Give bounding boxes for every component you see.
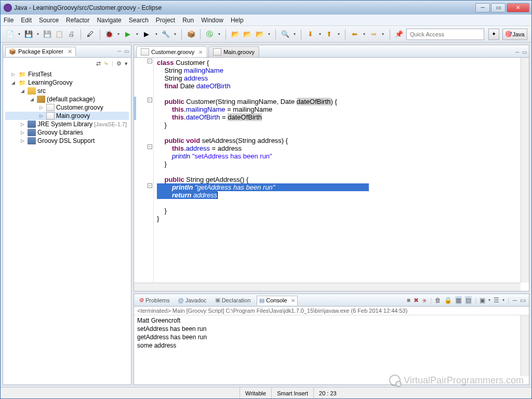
javadoc-tab[interactable]: @Javadoc [176,296,208,304]
open-console-icon[interactable]: ▣ [480,297,485,304]
terminate-icon[interactable]: ■ [407,297,410,304]
dropdown-icon[interactable]: ▾ [135,29,140,40]
vertical-scrollbar[interactable] [521,315,529,376]
open-type-icon[interactable]: 📂 [243,29,252,40]
close-tab-icon[interactable]: ✕ [198,49,203,55]
console-header: <terminated> Main [Groovy Script] C:\Pro… [134,307,529,315]
new-pkg-icon[interactable]: 📦 [186,29,196,40]
titlebar[interactable]: Java - LearningGroovy/src/Customer.groov… [1,1,531,15]
saveas-icon[interactable]: 📋 [55,29,64,40]
menu-refactor[interactable]: Refactor [66,17,89,24]
dropdown-icon[interactable]: ▾ [36,29,41,40]
dropdown-icon[interactable]: ▾ [337,29,341,40]
menu-project[interactable]: Project [156,17,175,24]
maximize-button[interactable]: ▭ [491,3,506,12]
dropdown-icon[interactable]: ▾ [267,29,271,40]
ext-tools-icon[interactable]: 🔧 [161,29,170,40]
min-console-icon[interactable]: ─ [512,297,517,304]
save-all-icon[interactable]: 💾 [42,29,52,40]
minimize-editor-icon[interactable]: ─ [515,49,519,55]
print-icon[interactable]: 🖨 [66,29,76,40]
package-explorer-tab[interactable]: 📦 Package Explorer ✕ [5,47,76,57]
open-task-icon[interactable]: 📂 [255,29,264,40]
console-output[interactable]: Matt GreencroftsetAddress has been runge… [134,315,529,384]
menu-navigate[interactable]: Navigate [97,17,121,24]
remove-launch-icon[interactable]: ✖ [414,297,419,304]
java-perspective-button[interactable]: 🎯 Java [502,29,527,40]
menu-file[interactable]: File [4,17,14,24]
menu-window[interactable]: Window [201,17,223,24]
remove-all-icon[interactable]: ⚹ [422,297,427,304]
dropdown-icon[interactable]: ▾ [17,29,21,40]
editor-tab-customer[interactable]: Customer.groovy✕ [136,46,207,57]
tree-file-main[interactable]: ▷Main.groovy [5,112,129,120]
forward-icon[interactable]: ➡ [368,29,378,40]
code-editor[interactable]: − − − − class Customer { String mailingN… [134,58,529,291]
save-icon[interactable]: 💾 [23,29,33,40]
back-icon[interactable]: ⬅ [350,29,360,40]
maximize-editor-icon[interactable]: ▭ [522,49,527,55]
minimize-button[interactable]: ─ [475,3,490,12]
tree-file-customer[interactable]: ▷Customer.groovy [5,103,129,112]
dropdown-icon[interactable]: ▾ [362,29,367,40]
prev-ann-icon[interactable]: ⬆ [324,29,334,40]
dropdown-icon[interactable]: ▾ [154,29,158,40]
tree-jre-library[interactable]: ▷JRE System Library [JavaSE-1.7] [5,120,129,128]
search-icon[interactable]: 🔍 [280,29,290,40]
window-title: Java - LearningGroovy/src/Customer.groov… [14,4,475,11]
pin-icon[interactable]: 📌 [394,29,404,40]
dropdown-icon[interactable]: ▾ [317,29,322,40]
filter-icon[interactable]: ⚙ [116,60,122,67]
problems-tab[interactable]: ⊘Problems [137,296,171,304]
view-menu-icon[interactable]: ▾ [125,60,128,67]
status-cursor-pos[interactable]: 20 : 23 [313,388,342,398]
tree-project[interactable]: ◢📁LearningGroovy [5,78,129,87]
clear-console-icon[interactable]: 🗑 [435,297,441,304]
minimize-view-icon[interactable]: ─ [117,48,121,54]
declaration-tab[interactable]: ▣Declaration [213,296,253,304]
close-button[interactable]: ✕ [507,3,529,12]
max-console-icon[interactable]: ▭ [520,297,526,304]
dropdown-icon[interactable]: ▾ [292,29,297,40]
open-perspective-button[interactable]: ✦ [488,29,499,40]
tree-groovy-dsl[interactable]: ▷Groovy DSL Support [5,137,129,145]
vertical-scrollbar[interactable] [521,58,529,283]
open-folder-icon[interactable]: 📂 [230,29,240,40]
pin-console-icon[interactable]: ▦ [455,296,462,304]
menu-help[interactable]: Help [231,17,244,24]
tree-project[interactable]: ▷📁FirstTest [5,70,129,78]
menu-run[interactable]: Run [182,17,194,24]
quick-access-input[interactable] [406,29,484,40]
main-toolbar: 📄▾ 💾▾ 💾 📋 🖨 🖊 🐞▾ ▶▾ ▶▾ 🔧▾ 📦 Ⓖ▾ 📂 📂 📂▾ 🔍▾… [1,26,531,43]
horizontal-scrollbar[interactable] [134,283,521,291]
editor-tab-main[interactable]: Main.groovy [208,46,259,57]
tree-groovy-libs[interactable]: ▷Groovy Libraries [5,128,129,137]
wand-icon[interactable]: 🖊 [85,29,95,40]
menu-source[interactable]: Source [39,17,59,24]
status-insert-mode[interactable]: Smart Insert [271,388,313,398]
dropdown-icon[interactable]: ▾ [217,29,222,40]
next-ann-icon[interactable]: ⬇ [305,29,315,40]
link-editor-icon[interactable]: ⤷ [104,60,109,67]
coverage-icon[interactable]: ▶ [142,29,152,40]
dropdown-icon[interactable]: ▾ [381,29,385,40]
new-type-icon[interactable]: Ⓖ [205,29,215,40]
console-tab[interactable]: ▤Console✕ [257,296,297,305]
package-explorer-tree[interactable]: ▷📁FirstTest ◢📁LearningGroovy ◢src ◢(defa… [3,69,131,384]
menu-search[interactable]: Search [129,17,149,24]
tree-package[interactable]: ◢(default package) [5,95,129,103]
menu-edit[interactable]: Edit [21,17,32,24]
collapse-all-icon[interactable]: ⇄ [96,60,101,67]
new-console-icon[interactable]: ☰ [494,297,499,304]
new-icon[interactable]: 📄 [5,29,15,40]
dropdown-icon[interactable]: ▾ [172,29,177,40]
close-icon[interactable]: ✕ [68,48,72,55]
debug-icon[interactable]: 🐞 [104,29,114,40]
maximize-view-icon[interactable]: ▭ [124,48,129,54]
display-console-icon[interactable]: ▤ [465,296,472,304]
run-icon[interactable]: ▶ [123,29,133,40]
scroll-lock-icon[interactable]: 🔒 [444,297,452,304]
tree-src-folder[interactable]: ◢src [5,87,129,95]
status-writable[interactable]: Writable [240,388,271,398]
dropdown-icon[interactable]: ▾ [116,29,121,40]
